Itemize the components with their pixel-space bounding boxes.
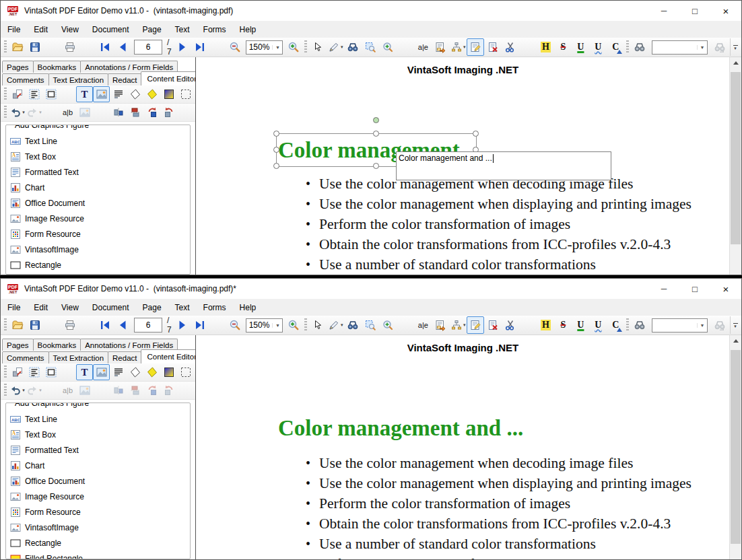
- diamond-filled-button[interactable]: [143, 364, 160, 380]
- diamond-filled-button[interactable]: [143, 86, 160, 102]
- remove-content-button[interactable]: [484, 316, 502, 334]
- paragraph-button[interactable]: [110, 86, 127, 102]
- toolbar-grip[interactable]: [304, 318, 307, 332]
- resize-handle[interactable]: [373, 131, 379, 137]
- -button[interactable]: [397, 316, 414, 334]
- resize-handle[interactable]: [273, 147, 279, 153]
- figure-item-text-box[interactable]: AText Box: [9, 427, 187, 442]
- doc-heading[interactable]: Color management and ...: [278, 415, 523, 442]
- -button[interactable]: [59, 86, 76, 102]
- toolbar-overflow-button[interactable]: ▾: [730, 38, 740, 56]
- rotate-handle[interactable]: [373, 117, 379, 123]
- text-tool-button[interactable]: T: [76, 364, 93, 380]
- print-button[interactable]: [61, 316, 79, 334]
- tab-comments[interactable]: Comments: [2, 73, 49, 85]
- tab-redact[interactable]: Redact: [108, 73, 141, 85]
- toolbar-grip[interactable]: [4, 40, 7, 54]
- dashed-rect-button[interactable]: [177, 364, 194, 380]
- vertical-scrollbar[interactable]: [729, 57, 741, 275]
- -button[interactable]: [397, 38, 414, 56]
- -button[interactable]: [177, 382, 194, 398]
- figure-item-vintasoftimage[interactable]: VintasoftImage: [9, 520, 187, 535]
- print-button[interactable]: [61, 38, 79, 56]
- underline-button[interactable]: U: [572, 38, 589, 56]
- inline-text-editor[interactable]: Color management and ...: [396, 151, 611, 180]
- find-button[interactable]: [631, 38, 648, 56]
- pen-button[interactable]: ▾: [327, 316, 344, 334]
- menu-item-document[interactable]: Document: [86, 299, 136, 316]
- close-button[interactable]: ×: [710, 279, 741, 299]
- figure-item-filled-rectangle[interactable]: Filled Rectangle: [9, 551, 187, 559]
- gradient-fill-button[interactable]: [160, 86, 177, 102]
- figure-item-office-document[interactable]: Office Document: [9, 195, 187, 211]
- image-tool-button[interactable]: [93, 364, 110, 380]
- text-caret-button[interactable]: C: [607, 38, 624, 56]
- zoom-in-button[interactable]: [285, 316, 302, 334]
- transform-button[interactable]: [9, 364, 26, 380]
- first-page-button[interactable]: [96, 38, 114, 56]
- last-page-button[interactable]: [191, 316, 209, 334]
- -button[interactable]: [42, 382, 59, 398]
- toolbar-grip[interactable]: [4, 318, 7, 332]
- rename-button[interactable]: a|b: [59, 104, 76, 120]
- next-page-button[interactable]: [174, 38, 191, 56]
- figure-item-text-line[interactable]: ABCText Line: [9, 411, 187, 427]
- zoom-dynamic-button[interactable]: [379, 38, 397, 56]
- zoom-level-combo[interactable]: 150%▼: [246, 40, 283, 55]
- text-caret-button[interactable]: C: [607, 316, 624, 334]
- resize-handle[interactable]: [273, 131, 279, 137]
- toolbar-grip[interactable]: [626, 40, 629, 54]
- text-select-button[interactable]: a|e: [414, 316, 432, 334]
- find-button[interactable]: [631, 316, 648, 334]
- -button[interactable]: [177, 104, 194, 120]
- figure-item-formatted-text[interactable]: Formatted Text: [9, 442, 187, 458]
- figure-item-form-resource[interactable]: Form Resource: [9, 226, 187, 242]
- strikeout-button[interactable]: S: [554, 38, 572, 56]
- diamond-outline-button[interactable]: [127, 364, 143, 380]
- tab-content-editor[interactable]: Content Editor: [141, 349, 195, 363]
- menu-item-edit[interactable]: Edit: [27, 21, 55, 38]
- menu-item-help[interactable]: Help: [233, 21, 263, 38]
- -button[interactable]: [79, 38, 96, 56]
- text-select-button[interactable]: a|e: [414, 38, 432, 56]
- -button[interactable]: [44, 316, 61, 334]
- first-page-button[interactable]: [96, 316, 114, 334]
- menu-item-text[interactable]: Text: [168, 299, 197, 316]
- zoom-dynamic-button[interactable]: [379, 316, 397, 334]
- open-folder-button[interactable]: [9, 316, 26, 334]
- -button[interactable]: [93, 382, 110, 398]
- zoom-level-combo[interactable]: 150%▼: [246, 318, 283, 332]
- zoom-out-button[interactable]: [226, 38, 244, 56]
- cut-button[interactable]: [502, 38, 519, 56]
- cut-button[interactable]: [502, 316, 519, 334]
- toolbar-grip[interactable]: [4, 88, 7, 101]
- figure-item-formatted-text[interactable]: Formatted Text: [9, 164, 187, 180]
- vertical-scrollbar[interactable]: [729, 335, 741, 559]
- text-extract-button[interactable]: [432, 316, 449, 334]
- text-format-button[interactable]: [26, 86, 42, 102]
- save-button[interactable]: [26, 316, 44, 334]
- figure-item-image-resource[interactable]: Image Resource: [9, 489, 187, 504]
- text-extract-button[interactable]: [432, 38, 449, 56]
- menu-item-view[interactable]: View: [55, 299, 86, 316]
- rotate-cw-button[interactable]: [143, 104, 160, 120]
- figure-item-vintasoftimage[interactable]: VintasoftImage: [9, 242, 187, 257]
- minimize-button[interactable]: ─: [648, 1, 679, 21]
- search-input[interactable]: ▼: [652, 318, 708, 332]
- tab-text-extraction[interactable]: Text Extraction: [48, 73, 108, 85]
- figure-item-filled-rectangle[interactable]: Filled Rectangle: [9, 273, 187, 275]
- resize-handle[interactable]: [473, 131, 479, 137]
- resize-handle[interactable]: [273, 163, 279, 169]
- figure-item-image-resource[interactable]: Image Resource: [9, 211, 187, 226]
- page-number-input[interactable]: [134, 40, 162, 55]
- scroll-thumb[interactable]: [731, 72, 741, 244]
- menu-item-forms[interactable]: Forms: [197, 299, 233, 316]
- menu-item-text[interactable]: Text: [168, 21, 197, 38]
- menu-item-file[interactable]: File: [1, 299, 27, 316]
- transform-button[interactable]: [9, 86, 26, 102]
- structure-tree-button[interactable]: ▾: [449, 38, 467, 56]
- figure-item-text-line[interactable]: ABCText Line: [9, 133, 187, 149]
- tab-pages[interactable]: Pages: [2, 339, 34, 351]
- image-tool-button[interactable]: [93, 86, 110, 102]
- maximize-button[interactable]: □: [679, 1, 710, 21]
